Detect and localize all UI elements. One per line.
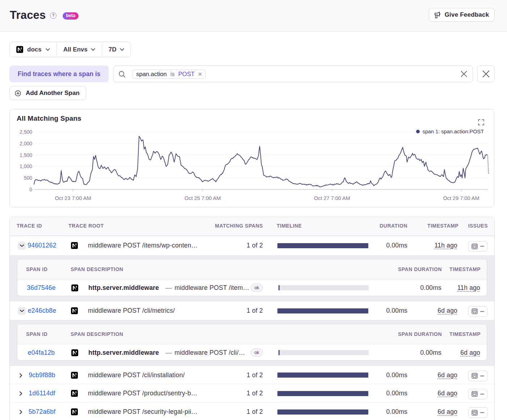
svg-text:2,500: 2,500: [20, 129, 32, 135]
svg-text:Oct 23 7:00 AM: Oct 23 7:00 AM: [55, 195, 91, 201]
svg-text:1,500: 1,500: [20, 152, 32, 158]
svg-text:Oct 25 7:00 AM: Oct 25 7:00 AM: [185, 195, 221, 201]
svg-text:Oct 29 7:00 AM: Oct 29 7:00 AM: [443, 195, 479, 201]
svg-text:500: 500: [24, 175, 33, 181]
svg-text:1,000: 1,000: [20, 163, 32, 169]
svg-text:2,000: 2,000: [20, 141, 32, 146]
svg-text:0: 0: [29, 187, 32, 192]
svg-text:Oct 27 7:00 AM: Oct 27 7:00 AM: [314, 195, 350, 201]
